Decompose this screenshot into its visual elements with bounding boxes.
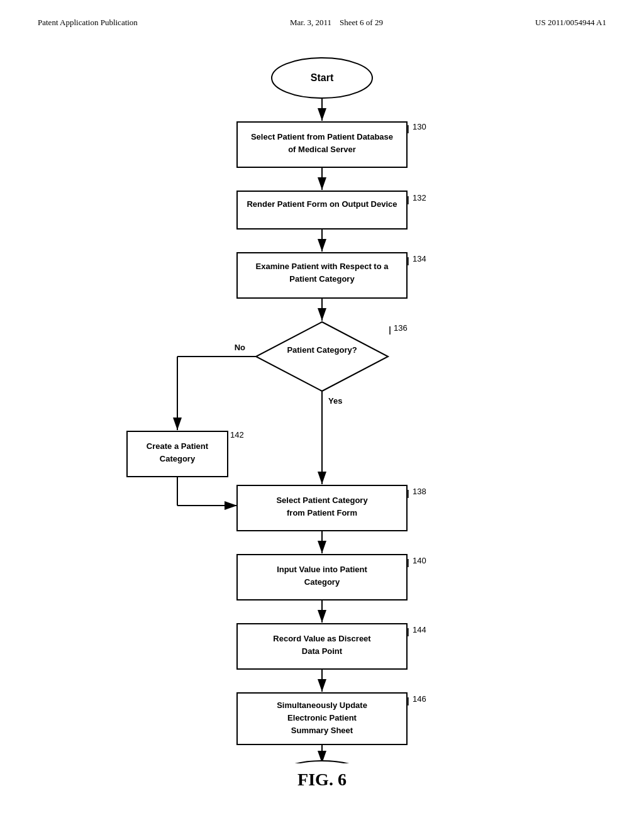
node142-refnum: 142 [230, 430, 244, 440]
yes-label: Yes [328, 396, 342, 406]
node140-line2: Category [304, 577, 340, 587]
node138-line2: from Patient Form [287, 508, 357, 517]
node144-line1: Record Value as Discreet [273, 634, 371, 643]
node142-line1: Create a Patient [147, 441, 209, 451]
header-sheet: Sheet 6 of 29 [340, 18, 383, 27]
flowchart-container: Start Select Patient from Patient Databa… [0, 40, 644, 763]
node130-refnum: 130 [413, 122, 426, 131]
figure-caption: FIG. 6 [0, 770, 644, 802]
no-label: No [235, 343, 245, 352]
start-label: Start [311, 72, 334, 83]
node134-line1: Examine Patient with Respect to a [256, 262, 389, 271]
node146-refnum: 146 [413, 694, 426, 704]
svg-point-33 [272, 761, 372, 763]
node142-line2: Category [160, 454, 196, 463]
node134-line2: Patient Category [289, 274, 355, 284]
node132-refnum: 132 [413, 193, 426, 202]
node130-line1: Select Patient from Patient Database [251, 132, 393, 141]
node146-line3: Summary Sheet [291, 726, 353, 735]
header-publication-type: Patent Application Publication [38, 18, 138, 28]
svg-rect-6 [237, 191, 407, 229]
node138-line1: Select Patient Category [276, 495, 368, 505]
flowchart-svg: Start Select Patient from Patient Databa… [77, 40, 567, 763]
node144-line2: Data Point [302, 646, 343, 656]
node136-refnum: 136 [394, 323, 408, 333]
node138-refnum: 138 [413, 487, 426, 496]
header-date-sheet: Mar. 3, 2011 Sheet 6 of 29 [290, 18, 383, 28]
node146-line2: Electronic Patient [287, 713, 357, 722]
header-date: Mar. 3, 2011 [290, 18, 331, 27]
page-header: Patent Application Publication Mar. 3, 2… [0, 0, 644, 28]
node146-line1: Simultaneously Update [277, 700, 367, 710]
node132-line1: Render Patient Form on Output Device [247, 199, 397, 209]
node140-line1: Input Value into Patient [277, 565, 367, 574]
svg-marker-12 [256, 322, 388, 391]
node136-line1: Patient Category? [287, 345, 357, 355]
node134-refnum: 134 [413, 254, 426, 263]
node130-line2: of Medical Server [288, 145, 356, 154]
node140-refnum: 140 [413, 556, 426, 565]
header-patent-number: US 2011/0054944 A1 [535, 18, 606, 28]
node144-refnum: 144 [413, 625, 426, 634]
